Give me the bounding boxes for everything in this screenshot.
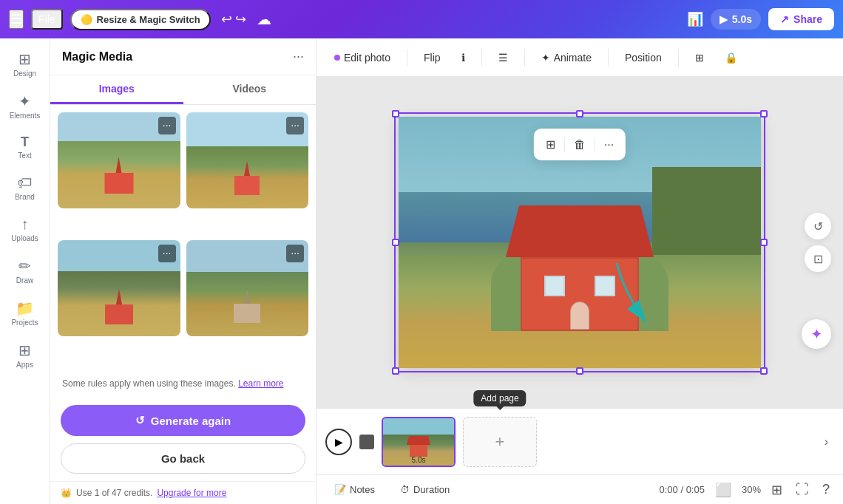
sidebar-item-label-draw: Draw (16, 276, 33, 285)
lock-button[interactable]: 🔒 (717, 47, 745, 68)
handle-bottom-right[interactable] (760, 367, 768, 375)
fullscreen-button[interactable]: ⛶ (793, 479, 812, 500)
list-item[interactable]: ··· (58, 112, 180, 208)
learn-more-link[interactable]: Learn more (238, 378, 283, 389)
duration-icon: ⏱ (400, 484, 410, 495)
cloud-save-button[interactable]: ☁ (257, 10, 271, 28)
sidebar-item-apps[interactable]: ⊞ Apps (3, 336, 47, 375)
list-item[interactable]: ··· (186, 112, 309, 208)
resize-button[interactable]: ⊡ (805, 245, 831, 272)
magic-switch-icon: 🟡 (81, 14, 92, 25)
slide-duration-label: 5.0s (412, 456, 426, 464)
nav-arrows: ↩ ↪ (221, 11, 246, 27)
sidebar-item-brand[interactable]: 🏷 Brand (3, 168, 47, 207)
crown-icon: 👑 (61, 488, 72, 498)
sidebar-item-elements[interactable]: ✦ Elements (3, 86, 47, 126)
text-icon: T (21, 134, 29, 150)
panel-wrapper: Magic Media ··· Images Videos ··· (50, 38, 316, 504)
timeline-scroll-indicator[interactable] (359, 435, 374, 449)
sidebar-item-label-text: Text (18, 151, 31, 160)
sidebar-item-label-projects: Projects (11, 319, 38, 327)
grid-item-more-button-2[interactable]: ··· (286, 117, 304, 134)
notes-button[interactable]: 📝 Notes (327, 480, 382, 499)
slide-house-roof (407, 436, 430, 445)
timeline-right: › (544, 435, 834, 449)
apps-icon: ⊞ (18, 341, 31, 359)
sidebar-item-label-uploads: Uploads (11, 234, 38, 242)
file-button[interactable]: File (31, 9, 63, 30)
canvas-house (506, 205, 654, 331)
handle-top-right[interactable] (760, 110, 768, 118)
sidebar-item-label-brand: Brand (15, 193, 35, 201)
handle-bottom-mid[interactable] (576, 367, 583, 375)
toolbar-divider-4 (608, 49, 609, 67)
grid-item-more-button-1[interactable]: ··· (158, 117, 176, 134)
menu-button[interactable]: ☰ (491, 47, 515, 68)
info-button[interactable]: ℹ (454, 47, 473, 68)
flip-button[interactable]: Flip (416, 47, 448, 68)
canvas-frame[interactable]: ⊞ 🗑 ··· (399, 117, 761, 368)
more-options-button[interactable]: ··· (600, 134, 618, 156)
magic-switch-button[interactable]: 🟡 Resize & Magic Switch (70, 9, 211, 30)
tab-images[interactable]: Images (50, 75, 183, 104)
canvas-house-roof (506, 205, 654, 257)
grid-item-more-button-4[interactable]: ··· (286, 245, 304, 262)
duration-button[interactable]: ⏱ Duration (393, 480, 457, 499)
rotate-button[interactable]: ↺ (805, 213, 831, 239)
share-icon: ↗ (780, 13, 789, 25)
timeline-scroll-right[interactable]: › (825, 435, 828, 449)
sidebar-item-draw[interactable]: ✏ Draw (3, 251, 47, 290)
upgrade-link[interactable]: Upgrade for more (157, 488, 226, 498)
list-item[interactable]: ··· (186, 240, 309, 336)
redo-button[interactable]: ↪ (235, 11, 246, 27)
brand-icon: 🏷 (18, 174, 33, 191)
generate-again-button[interactable]: ↺ Generate again (61, 405, 305, 436)
timeline-area: ▶ 5.0s Add page + › (316, 408, 843, 474)
copy-button[interactable]: ⊞ (541, 133, 560, 156)
list-item[interactable]: ··· (58, 240, 180, 336)
notes-icon: 📝 (334, 484, 346, 495)
timer-label: 5.0s (732, 13, 752, 25)
panel-more-button[interactable]: ··· (293, 49, 304, 64)
panel-tabs: Images Videos (50, 75, 316, 105)
play-button[interactable]: ▶ (325, 429, 352, 455)
aspect-ratio-button[interactable]: ⬜ (712, 479, 734, 501)
menu-icon[interactable]: ☰ (9, 10, 24, 29)
go-back-button[interactable]: Go back (61, 443, 305, 474)
canvas-house-window-left (544, 276, 565, 296)
position-button[interactable]: Position (617, 47, 669, 68)
top-bar-right: 📊 ▶ 5.0s ↗ Share (687, 8, 834, 30)
tab-videos[interactable]: Videos (183, 75, 316, 104)
add-page-tooltip: Add page (473, 390, 526, 406)
timeline-slide-1[interactable]: 5.0s (382, 417, 456, 467)
sidebar-item-design[interactable]: ⊞ Design (3, 44, 47, 84)
top-bar: ☰ File 🟡 Resize & Magic Switch ↩ ↪ ☁ 📊 ▶… (0, 0, 843, 38)
add-page-button[interactable]: + (463, 417, 537, 467)
animate-button[interactable]: ✦ Animate (534, 47, 599, 68)
sidebar-item-projects[interactable]: 📁 Projects (3, 293, 47, 333)
generate-icon: ↺ (135, 414, 145, 427)
credits-text: Use 1 of 47 credits. (76, 488, 152, 498)
grid-button[interactable]: ⊞ (768, 479, 785, 501)
share-button[interactable]: ↗ Share (768, 8, 834, 30)
edit-photo-button[interactable]: Edit photo (327, 47, 398, 68)
magic-assistant-button[interactable]: ✦ (802, 319, 831, 349)
add-icon: + (495, 432, 505, 452)
magic-media-panel: Magic Media ··· Images Videos ··· (50, 38, 316, 504)
duration-label: Duration (413, 484, 450, 495)
help-button[interactable]: ? (819, 479, 833, 500)
status-bar: 📝 Notes ⏱ Duration 0:00 / 0:05 ⬜ 30% ⊞ ⛶… (316, 474, 843, 504)
toolbar-divider-3 (524, 49, 525, 67)
grid-item-more-button-3[interactable]: ··· (158, 245, 176, 262)
undo-button[interactable]: ↩ (221, 11, 232, 27)
timer-button[interactable]: ▶ 5.0s (711, 9, 761, 30)
handle-mid-right[interactable] (760, 239, 768, 246)
delete-button[interactable]: 🗑 (569, 134, 590, 156)
checkerboard-button[interactable]: ⊞ (688, 47, 711, 68)
status-right: 0:00 / 0:05 ⬜ 30% ⊞ ⛶ ? (660, 479, 833, 501)
sidebar-item-uploads[interactable]: ↑ Uploads (3, 210, 47, 248)
sidebar-item-text[interactable]: T Text (3, 129, 47, 166)
analytics-button[interactable]: 📊 (687, 11, 703, 27)
handle-bottom-left[interactable] (392, 367, 399, 375)
canvas-area: Edit photo Flip ℹ ☰ ✦ Animate Position ⊞… (316, 38, 843, 504)
